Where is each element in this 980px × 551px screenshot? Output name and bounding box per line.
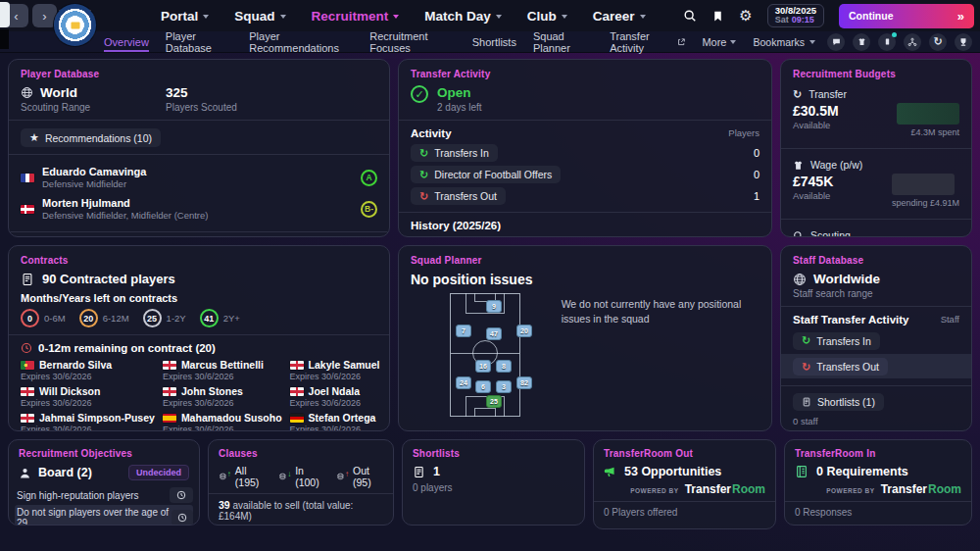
refresh-icon[interactable]: ↻: [929, 33, 947, 51]
window-edge-artifact: [0, 2, 10, 27]
shirt-3[interactable]: 3: [496, 380, 512, 393]
nav-club[interactable]: Club: [527, 9, 567, 24]
tab-squad-planner[interactable]: Squad Planner: [533, 31, 593, 52]
clauses-panel[interactable]: Clauses ↑ All (195) ↓ In (100) ↑ Out (95…: [208, 439, 394, 526]
expiring-player[interactable]: Will DicksonExpires 30/6/2026: [21, 385, 155, 408]
count-2y-plus: 41: [200, 309, 219, 327]
bookmark-icon[interactable]: [711, 10, 724, 23]
history-clock-button[interactable]: [170, 487, 193, 503]
tab-shortlists[interactable]: Shortlists: [472, 31, 516, 52]
search-icon: [793, 230, 804, 238]
tab-more[interactable]: More: [702, 31, 736, 52]
staff-transfers-in-button[interactable]: ↻Transfers In: [793, 332, 880, 350]
trophy-icon[interactable]: [955, 33, 972, 51]
tab-recruitment-focuses[interactable]: Recruitment Focuses: [369, 31, 455, 52]
player-position: Defensive Midfielder: [42, 178, 146, 189]
club-crest[interactable]: [54, 4, 96, 46]
transfers-in-button[interactable]: ↻Transfers In: [411, 144, 498, 162]
player-name: Morten Hjulmand: [42, 197, 208, 209]
transfers-out-row: ↻Transfers Out 1: [411, 187, 760, 205]
months-left-header: Months/Years left on contracts: [21, 292, 377, 304]
contracted-players-header: 90 Contracted players: [21, 272, 377, 286]
transfers-out-button[interactable]: ↻Transfers Out: [411, 187, 506, 205]
flag-icon: [21, 205, 34, 214]
cards-icon[interactable]: [878, 33, 896, 51]
shirt-82[interactable]: 82: [516, 376, 532, 389]
transferroom-in-panel[interactable]: TransferRoom In 0 Requirements POWERED B…: [784, 439, 972, 526]
tactics-network-icon[interactable]: [904, 33, 921, 51]
recruitment-objectives-panel[interactable]: Recruitment Objectives Board (2) Undecid…: [8, 439, 200, 526]
nav-squad[interactable]: Squad: [234, 9, 285, 24]
tab-overview[interactable]: Overview: [104, 31, 149, 52]
game-date[interactable]: 30/8/2025 Sat09:15: [767, 4, 824, 26]
expiring-player[interactable]: Jahmai Simpson-PuseyExpires 30/6/2026: [21, 412, 155, 431]
transferroom-out-panel[interactable]: TransferRoom Out 53 Opportunities POWERE…: [593, 439, 776, 529]
shirt-20[interactable]: 20: [516, 325, 532, 337]
inbox-chat-icon[interactable]: [827, 33, 845, 51]
shortlists-panel[interactable]: Shortlists 1 0 players: [402, 439, 585, 526]
recommended-player-row[interactable]: Morten Hjulmand Defensive Midfielder, Mi…: [21, 193, 377, 225]
history-transfers-out-button[interactable]: £0Transfers Out: [508, 236, 605, 237]
check-circle-icon: ✓: [411, 85, 428, 103]
tab-transfer-activity[interactable]: Transfer Activity: [610, 31, 685, 52]
staff-shortlists-button[interactable]: Shortlists (1): [793, 393, 884, 411]
flag-icon: [21, 361, 34, 370]
recommended-player-row[interactable]: Eduardo Camavinga Defensive Midfielder A: [21, 162, 377, 193]
nav-career[interactable]: Career: [593, 9, 646, 24]
expiring-player[interactable]: Marcus BettinelliExpires 30/6/2026: [163, 359, 282, 381]
tab-player-recommendations[interactable]: Player Recommendations: [249, 31, 353, 52]
clock-icon: [177, 513, 187, 523]
bookmarks-dropdown[interactable]: Bookmarks: [753, 36, 815, 48]
expiring-player[interactable]: Joel NdalaExpires 30/6/2026: [290, 385, 380, 408]
globe-icon: [793, 273, 807, 286]
gear-icon[interactable]: ⚙: [739, 7, 752, 25]
recruitment-budgets-panel[interactable]: Recruitment Budgets ↻Transfer £30.5M Ava…: [780, 59, 972, 237]
objective-row[interactable]: Do not sign players over the age of 29: [15, 505, 193, 526]
transfer-budget: ↻Transfer £30.5M Available £4.3M spent: [793, 85, 959, 141]
objective-row[interactable]: Sign high-reputation players: [15, 485, 193, 505]
shirt-8[interactable]: 8: [496, 360, 512, 373]
staff-transfers-out-button[interactable]: ↻Transfers Out: [793, 358, 888, 376]
shirt-9[interactable]: 9: [486, 300, 502, 313]
nav-recruitment[interactable]: Recruitment: [312, 9, 400, 24]
history-transfers-in-button[interactable]: £0Transfers In: [411, 236, 500, 237]
contracts-panel[interactable]: Contracts 90 Contracted players Months/Y…: [8, 245, 390, 431]
clock-icon: [176, 490, 186, 500]
clauses-in-filter[interactable]: ↓ In (100): [278, 465, 323, 488]
flag-icon: [163, 414, 176, 423]
player-database-panel[interactable]: Player Database World Scouting Range 325…: [8, 59, 390, 237]
shirt-6[interactable]: 6: [475, 380, 491, 393]
squad-shirt-icon[interactable]: [853, 33, 870, 51]
opportunities-count: 53 Opportunities: [624, 465, 721, 478]
crest-ship-detail: [71, 22, 79, 28]
expiring-player[interactable]: Stefan OrtegaExpires 30/6/2026: [290, 412, 380, 431]
expiring-player[interactable]: Bernardo SilvaExpires 30/6/2026: [21, 359, 155, 381]
history-header: History (2025/26): [411, 220, 501, 231]
clauses-out-filter[interactable]: ↑ Out (95): [336, 465, 383, 488]
continue-button[interactable]: Continue »: [839, 4, 974, 28]
search-icon[interactable]: [683, 9, 697, 23]
tab-player-database[interactable]: Player Database: [166, 31, 232, 52]
expiring-player[interactable]: John StonesExpires 30/6/2026: [163, 385, 282, 408]
expiring-player[interactable]: Mahamadou SusohoExpires 30/6/2026: [163, 412, 282, 431]
nav-portal[interactable]: Portal: [161, 9, 209, 24]
flag-icon: [290, 387, 304, 396]
refresh-icon: ↻: [802, 335, 810, 346]
shirt-7[interactable]: 7: [456, 325, 471, 337]
shirt-16[interactable]: 16: [475, 360, 491, 373]
shirt-47[interactable]: 47: [486, 327, 502, 340]
dof-offers-button[interactable]: ↻Director of Football Offers: [411, 166, 561, 183]
recruitment-overview: Player Database World Scouting Range 325…: [0, 53, 980, 551]
transfer-activity-panel[interactable]: Transfer Activity ✓ Open 2 days left Act…: [398, 59, 772, 237]
nav-match-day[interactable]: Match Day: [424, 9, 502, 24]
board-person-icon: [19, 467, 31, 479]
expiring-player[interactable]: Lakyle SamuelExpires 30/6/2026: [290, 359, 380, 381]
clauses-all-filter[interactable]: ↑ All (195): [219, 465, 266, 488]
shirt-25-gk[interactable]: 25: [486, 395, 502, 408]
history-clock-button[interactable]: [172, 510, 193, 526]
staff-database-panel[interactable]: Staff Database Worldwide Staff search ra…: [780, 245, 972, 431]
shirt-24[interactable]: 24: [456, 376, 471, 389]
squad-planner-panel[interactable]: Squad Planner No position issues 9 7 47 …: [398, 245, 772, 431]
recommendations-button[interactable]: ★ Recommendations (10): [21, 128, 161, 147]
transfer-arrows-icon: ↻: [793, 89, 802, 100]
